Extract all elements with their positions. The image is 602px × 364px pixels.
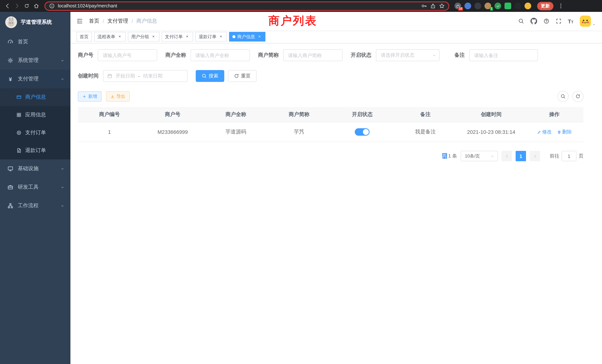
profile-avatar-icon[interactable] <box>525 3 531 9</box>
extension-green-check-icon[interactable] <box>494 3 501 9</box>
sidebar-item-merchant-info[interactable]: 商户信息 <box>0 88 70 106</box>
extension-badge-green: 1 <box>490 7 493 11</box>
extension-blue-icon[interactable] <box>464 3 471 9</box>
sidebar-item-home[interactable]: 首页 <box>0 33 70 51</box>
cell-actions: 修改 删除 <box>525 129 583 135</box>
column-header: 备注 <box>394 111 457 118</box>
close-icon[interactable]: × <box>117 34 122 39</box>
sidebar-logo: 芋道管理系统 <box>0 12 70 33</box>
column-header: 商户号 <box>141 111 204 118</box>
sidebar-item-infrastructure[interactable]: 基础设施 <box>0 159 70 178</box>
toolbox-icon <box>7 184 13 190</box>
page-size-select[interactable]: 10条/页 <box>461 151 498 161</box>
refresh-table-button[interactable] <box>572 91 583 102</box>
select-placeholder: 请选择开启状态 <box>381 52 414 59</box>
browser-home-button[interactable] <box>33 2 40 10</box>
fullscreen-icon[interactable] <box>556 18 561 24</box>
tab-home[interactable]: 首页 <box>76 32 92 42</box>
cell-full-name: 芋道源码 <box>204 129 268 135</box>
browser-reload-button[interactable] <box>23 2 30 10</box>
sidebar-item-dev-tools[interactable]: 研发工具 <box>0 178 70 196</box>
chevron-down-icon <box>60 167 64 171</box>
full-name-input[interactable] <box>191 49 250 61</box>
cell-status <box>331 128 394 136</box>
extension-black-icon[interactable] <box>515 3 521 9</box>
help-icon[interactable] <box>543 18 549 24</box>
pagination-goto: 前往 页 <box>550 151 583 161</box>
extensions-cluster: 10 1 <box>454 3 531 9</box>
share-icon[interactable] <box>430 3 436 9</box>
document-icon <box>16 148 22 153</box>
sidebar-item-system[interactable]: 系统管理 <box>0 51 70 70</box>
browser-forward-button[interactable] <box>13 2 21 10</box>
tab-label: 用户分组 <box>131 33 149 40</box>
site-info-icon[interactable] <box>49 3 55 9</box>
status-select[interactable]: 请选择开启状态 <box>376 49 440 61</box>
sidebar-item-workflow[interactable]: 工作流程 <box>0 196 70 215</box>
prev-page-button[interactable] <box>502 151 512 161</box>
sidebar-item-pay-orders[interactable]: 支付订单 <box>0 124 70 142</box>
merchant-no-input[interactable] <box>98 49 157 61</box>
tab-label: 流程表单 <box>97 33 115 40</box>
toggle-search-button[interactable] <box>558 91 569 102</box>
extension-dark-icon[interactable] <box>474 3 481 9</box>
bookmark-star-icon[interactable] <box>439 3 445 9</box>
total-text: 1 条 <box>448 153 457 159</box>
sidebar-item-label: 首页 <box>18 39 28 45</box>
field-label: 商户号 <box>78 52 93 59</box>
extension-avatar-icon[interactable]: 1 <box>484 3 491 9</box>
sidebar-item-payment[interactable]: ¥ 支付管理 <box>0 70 70 88</box>
column-header: 商户全称 <box>204 111 268 118</box>
extensions-puzzle-icon[interactable]: 10 <box>454 3 461 9</box>
tab-merchant-info[interactable]: 商户信息× <box>229 32 265 42</box>
screen: localhost:1024/pay/merchant 10 1 更新 <box>0 0 602 364</box>
table-header-row: 商户编号 商户号 商户全称 商户简称 开启状态 备注 创建时间 操作 <box>78 107 583 122</box>
delete-link[interactable]: 删除 <box>557 129 572 135</box>
close-icon[interactable]: × <box>151 34 156 39</box>
short-name-input[interactable] <box>283 49 343 61</box>
reset-button[interactable]: 重置 <box>228 70 257 82</box>
tab-process-form[interactable]: 流程表单× <box>94 32 126 42</box>
sidebar-menu: 首页 系统管理 ¥ 支付管理 商户信息 <box>0 33 70 215</box>
browser-update-button[interactable]: 更新 <box>537 2 553 10</box>
goto-page-input[interactable] <box>562 151 576 161</box>
search-button[interactable]: 搜索 <box>196 70 224 82</box>
add-button[interactable]: 新增 <box>78 91 102 102</box>
sidebar-item-refund-orders[interactable]: 退款订单 <box>0 142 70 159</box>
sidebar-collapse-icon[interactable] <box>76 18 83 24</box>
sidebar-item-app-info[interactable]: 应用信息 <box>0 106 70 124</box>
breadcrumb-payment[interactable]: 支付管理 <box>108 18 128 24</box>
tab-pay-orders[interactable]: 支付订单× <box>162 32 193 42</box>
field-label: 商户全称 <box>165 52 186 59</box>
yen-icon: ¥ <box>7 76 13 82</box>
remark-input[interactable] <box>469 49 538 61</box>
next-page-button[interactable] <box>530 151 540 161</box>
close-icon[interactable]: × <box>185 34 190 39</box>
chevron-up-icon <box>60 77 64 81</box>
field-label: 开启状态 <box>351 52 371 59</box>
date-range-picker[interactable]: 开始日期 - 结束日期 <box>103 70 188 82</box>
tab-refund-orders[interactable]: 退款订单× <box>195 32 227 42</box>
password-key-icon[interactable] <box>421 3 427 9</box>
address-bar[interactable]: localhost:1024/pay/merchant <box>44 1 449 11</box>
font-size-icon[interactable]: TT <box>568 18 573 24</box>
page-content: 商户号 商户全称 商户简称 开启状态 请选择开启状态 <box>70 43 602 364</box>
user-menu[interactable] <box>580 16 596 27</box>
status-toggle[interactable] <box>355 128 370 136</box>
sidebar-item-label: 工作流程 <box>18 202 39 209</box>
close-icon[interactable]: × <box>218 34 224 39</box>
page-1-button[interactable]: 1 <box>516 151 526 161</box>
github-icon[interactable] <box>530 18 537 24</box>
workflow-icon <box>7 203 13 209</box>
sidebar-submenu-payment: 商户信息 应用信息 支付订单 退款订单 <box>0 88 70 159</box>
browser-menu-icon[interactable] <box>558 3 564 9</box>
edit-link[interactable]: 修改 <box>537 129 552 135</box>
export-button[interactable]: 导出 <box>106 91 130 102</box>
browser-back-button[interactable] <box>4 2 11 10</box>
tab-user-group[interactable]: 用户分组× <box>128 32 159 42</box>
breadcrumb-home[interactable]: 首页 <box>89 18 99 24</box>
main-area: 首页 / 支付管理 / 商户信息 TT <box>70 12 602 364</box>
header-search-icon[interactable] <box>518 18 524 24</box>
extension-green-square-icon[interactable] <box>505 3 511 9</box>
close-icon[interactable]: × <box>257 34 262 39</box>
